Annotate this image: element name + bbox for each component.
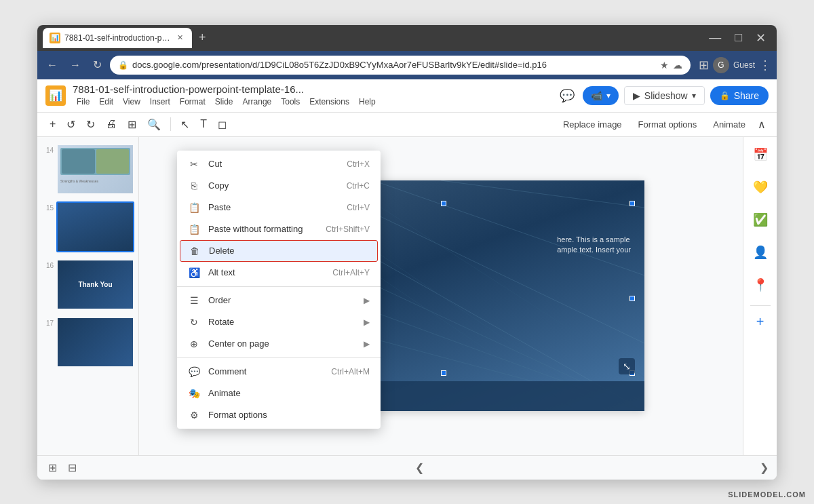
ctx-paste-no-format-shortcut: Ctrl+Shift+V <box>326 225 370 234</box>
ctx-order-label: Order <box>208 295 355 305</box>
tab-close-button[interactable]: ✕ <box>174 33 185 43</box>
menu-arrange[interactable]: Arrange <box>239 96 276 108</box>
share-button[interactable]: 🔒 Share <box>710 86 769 105</box>
slide-thumb-15[interactable]: 15 <box>40 200 136 254</box>
menu-view[interactable]: View <box>119 96 144 108</box>
slide-thumb-17[interactable]: 17 <box>40 315 136 369</box>
bookmark-icon[interactable]: ★ <box>660 60 669 71</box>
ctx-animate[interactable]: 🎭 Animate <box>177 383 381 404</box>
ctx-copy[interactable]: ⎘ Copy Ctrl+C <box>177 175 381 197</box>
sidebar-maps-icon[interactable]: 📍 <box>748 273 773 297</box>
ctx-cut[interactable]: ✂ Cut Ctrl+X <box>177 153 381 175</box>
list-view-button[interactable]: ⊟ <box>65 459 79 477</box>
menu-format[interactable]: Format <box>176 96 210 108</box>
ctx-format-options[interactable]: ⚙ Format options <box>177 404 381 426</box>
rotate-arrow: ▶ <box>364 317 370 327</box>
sidebar-add-button[interactable]: + <box>756 314 764 330</box>
slide-preview-15[interactable] <box>56 201 134 252</box>
sidebar-people-icon[interactable]: 👤 <box>748 240 773 265</box>
menu-file[interactable]: File <box>73 96 94 108</box>
meet-chevron: ▾ <box>606 91 610 100</box>
ctx-alt-text-shortcut: Ctrl+Alt+Y <box>332 268 370 277</box>
ctx-paste-shortcut: Ctrl+V <box>347 203 370 212</box>
format-options-button[interactable]: Format options <box>632 117 704 132</box>
tool-print[interactable]: 🖨 <box>102 115 121 133</box>
active-tab[interactable]: 📊 7881-01-self-introduction-powe... ✕ <box>43 28 192 48</box>
ctx-rotate[interactable]: ↻ Rotate ▶ <box>177 311 381 333</box>
ctx-paste[interactable]: 📋 Paste Ctrl+V <box>177 197 381 218</box>
center-arrow: ▶ <box>364 339 370 349</box>
animate-icon: 🎭 <box>188 388 200 399</box>
ctx-comment[interactable]: 💬 Comment Ctrl+Alt+M <box>177 361 381 383</box>
sidebar-keep-icon[interactable]: 💛 <box>748 175 773 199</box>
profile-button[interactable]: G <box>713 57 729 73</box>
more-button[interactable]: ⋮ <box>759 58 771 73</box>
tool-text[interactable]: T <box>196 115 211 133</box>
menu-edit[interactable]: Edit <box>95 96 117 108</box>
tool-zoom[interactable]: 🔍 <box>143 115 165 134</box>
move-handle[interactable]: ⤡ <box>619 358 635 374</box>
download-icon[interactable]: ☁ <box>673 60 682 71</box>
selection-handle-mr[interactable] <box>629 296 635 301</box>
svg-line-9 <box>339 180 644 377</box>
ctx-paste-no-format[interactable]: 📋 Paste without formatting Ctrl+Shift+V <box>177 218 381 240</box>
refresh-button[interactable]: ↻ <box>89 56 106 74</box>
app-content: 📊 7881-01-self-introduction-powerpoint-t… <box>37 79 777 480</box>
tool-redo[interactable]: ↻ <box>82 115 99 134</box>
menu-insert[interactable]: Insert <box>146 96 174 108</box>
ctx-copy-label: Copy <box>208 180 338 191</box>
new-tab-button[interactable]: + <box>195 31 210 45</box>
ctx-paste-label: Paste <box>208 202 338 212</box>
ctx-delete[interactable]: 🗑 Delete <box>180 240 378 262</box>
slide-preview-14[interactable]: Strengths & Weaknesses <box>56 144 134 195</box>
toolbar-divider <box>170 117 171 131</box>
tool-pointer[interactable]: ↖ <box>176 115 193 134</box>
comment-icon[interactable]: 💬 <box>557 85 577 106</box>
menu-tools[interactable]: Tools <box>277 96 304 108</box>
tool-undo[interactable]: ↺ <box>62 115 79 134</box>
back-button[interactable]: ← <box>43 56 62 74</box>
menu-help[interactable]: Help <box>355 96 380 108</box>
slide-text-block: here. This is a sample ample text. Inser… <box>557 235 631 256</box>
selection-handle-tm[interactable] <box>441 201 446 206</box>
meet-button[interactable]: 📹 ▾ <box>583 86 619 105</box>
tool-layout[interactable]: ⊞ <box>123 115 140 134</box>
selection-handle-bm[interactable] <box>441 370 446 376</box>
slide-preview-17[interactable] <box>56 317 134 368</box>
main-area: 14 Strengths & Weaknesses 15 <box>37 137 777 455</box>
ctx-cut-label: Cut <box>208 159 338 169</box>
right-sidebar: 📅 💛 ✅ 👤 📍 + <box>743 137 777 455</box>
slide-thumb-14[interactable]: 14 Strengths & Weaknesses <box>40 142 136 196</box>
bottom-bar: ⊞ ⊟ ❮ ❯ <box>37 455 777 480</box>
close-button[interactable]: ✕ <box>750 29 771 47</box>
document-title[interactable]: 7881-01-self-introduction-powerpoint-tem… <box>73 83 550 96</box>
ctx-divider-1 <box>177 286 381 287</box>
replace-image-button[interactable]: Replace image <box>556 117 629 132</box>
ctx-center-on-page[interactable]: ⊕ Center on page ▶ <box>177 333 381 355</box>
ctx-cut-shortcut: Ctrl+X <box>347 159 370 169</box>
tool-insert[interactable]: + <box>45 115 60 133</box>
ctx-delete-label: Delete <box>209 246 369 256</box>
expand-right-button[interactable]: ❯ <box>760 461 769 474</box>
bookmarks-icon[interactable]: ⊞ <box>699 58 709 73</box>
menu-extensions[interactable]: Extensions <box>305 96 353 108</box>
collapse-button[interactable]: ∧ <box>755 117 769 132</box>
address-bar[interactable]: 🔒 docs.google.com/presentation/d/1D9CiL0… <box>110 56 691 75</box>
collapse-panel-button[interactable]: ❮ <box>412 459 427 477</box>
sidebar-tasks-icon[interactable]: ✅ <box>748 208 773 232</box>
ctx-format-options-label: Format options <box>208 410 370 420</box>
ctx-order[interactable]: ☰ Order ▶ <box>177 290 381 311</box>
grid-view-button[interactable]: ⊞ <box>45 459 60 477</box>
forward-button[interactable]: → <box>66 56 85 74</box>
slideshow-button[interactable]: ▶ Slideshow ▾ <box>624 86 705 105</box>
selection-handle-tr[interactable] <box>629 201 635 206</box>
menu-slide[interactable]: Slide <box>211 96 237 108</box>
minimize-button[interactable]: — <box>703 29 726 46</box>
tool-shapes[interactable]: ◻ <box>214 115 231 134</box>
animate-button[interactable]: Animate <box>706 117 752 132</box>
sidebar-calendar-icon[interactable]: 📅 <box>748 142 773 167</box>
maximize-button[interactable]: □ <box>729 29 748 46</box>
ctx-alt-text[interactable]: ♿ Alt text Ctrl+Alt+Y <box>177 262 381 284</box>
slide-preview-16[interactable]: Thank You <box>56 259 134 310</box>
slide-thumb-16[interactable]: 16 Thank You <box>40 258 136 311</box>
